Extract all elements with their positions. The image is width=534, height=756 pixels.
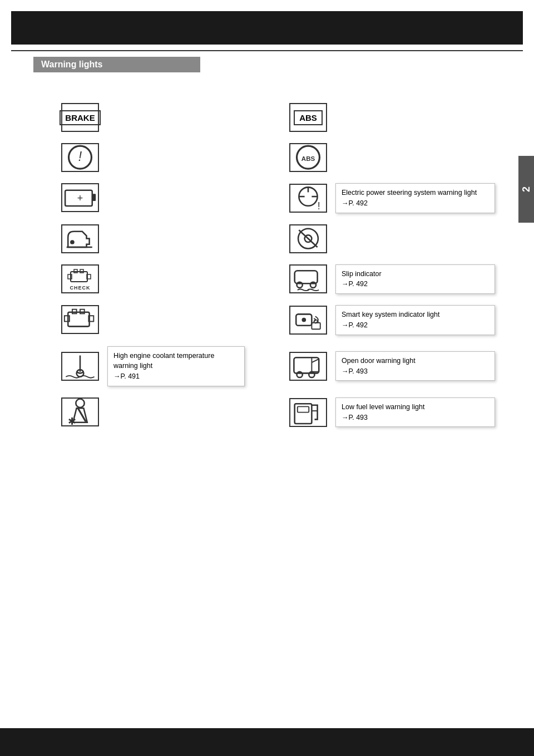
- door-cell: Open door warning light →P. 493: [273, 341, 512, 392]
- row-3: + ! Electric power steering system warni…: [33, 178, 512, 219]
- smart-key-icon: [289, 306, 327, 335]
- fuel-callout: Low fuel level warning light →P. 493: [335, 397, 495, 428]
- section-header: Warning lights: [33, 57, 200, 72]
- abs-label: ABS: [294, 110, 323, 125]
- fuel-ref: →P. 493: [342, 414, 368, 421]
- page-container: Warning lights 2 BRAKE ABS: [0, 0, 534, 756]
- svg-rect-5: [92, 194, 96, 202]
- coolant-ref: →P. 491: [113, 372, 140, 380]
- coolant-svg: [62, 352, 98, 380]
- brake-label: BRAKE: [60, 110, 100, 125]
- bottom-bar: [0, 728, 534, 756]
- brake-warning-cell: !: [33, 138, 273, 178]
- abs-warning-cell: ABS: [273, 138, 512, 178]
- abs-warning-icon: ABS: [289, 143, 327, 172]
- svg-text:!: !: [318, 200, 320, 212]
- top-rule: [11, 50, 523, 51]
- slip-icon: [289, 264, 327, 293]
- side-tab: 2: [518, 156, 534, 223]
- smart-key-ref: →P. 492: [342, 321, 368, 329]
- camera-cell: [273, 219, 512, 259]
- steering-cell: ! Electric power steering system warning…: [273, 178, 512, 219]
- coolant-icon: [61, 352, 99, 381]
- row-1: BRAKE ABS: [33, 97, 512, 138]
- coolant-cell: High engine coolant temperature warning …: [33, 341, 273, 392]
- smart-key-desc: Smart key system indicator light: [342, 311, 439, 318]
- seatbelt-svg: ✱: [62, 397, 98, 426]
- coolant-desc: High engine coolant temperature warning …: [113, 352, 214, 370]
- fuel-desc: Low fuel level warning light: [342, 403, 424, 411]
- steering-ref: →P. 492: [342, 199, 368, 207]
- engine-svg: [62, 305, 98, 333]
- battery-svg: +: [62, 183, 98, 212]
- camera-icon: [289, 224, 327, 253]
- row-4: [33, 219, 512, 259]
- fuel-svg: [290, 398, 326, 426]
- svg-point-30: [301, 318, 306, 322]
- seatbelt-cell: ✱: [33, 392, 273, 433]
- coolant-callout: High engine coolant temperature warning …: [107, 346, 245, 386]
- row-8: ✱ Low fuel level warning light →: [33, 392, 512, 433]
- svg-text:!: !: [78, 149, 82, 164]
- slip-desc: Slip indicator: [342, 270, 382, 278]
- svg-rect-31: [312, 323, 320, 330]
- check-engine-svg: [66, 267, 94, 285]
- slip-cell: Slip indicator →P. 492: [273, 259, 512, 300]
- svg-text:ABS: ABS: [301, 155, 315, 162]
- oil-cell: [33, 219, 273, 259]
- seatbelt-icon: ✱: [61, 397, 99, 426]
- brake-warning-svg: !: [62, 143, 98, 171]
- svg-rect-16: [71, 272, 87, 282]
- side-tab-number: 2: [521, 186, 532, 192]
- brake-icon: BRAKE: [61, 103, 99, 132]
- svg-rect-33: [294, 357, 319, 373]
- door-callout: Open door warning light →P. 493: [335, 351, 495, 381]
- smart-key-callout: Smart key system indicator light →P. 492: [335, 305, 495, 335]
- smart-key-cell: Smart key system indicator light →P. 492: [273, 300, 512, 341]
- abs-icon: ABS: [289, 103, 327, 132]
- battery-cell: +: [33, 178, 273, 219]
- svg-point-36: [76, 399, 84, 408]
- door-svg: [290, 352, 326, 380]
- svg-text:✱: ✱: [68, 416, 76, 426]
- brake-cell: BRAKE: [33, 97, 273, 138]
- svg-rect-40: [298, 406, 309, 412]
- oil-svg: [62, 224, 98, 253]
- steering-svg: !: [290, 184, 326, 212]
- top-bar: [11, 11, 523, 45]
- row-5: CHECK Slip indicator: [33, 259, 512, 300]
- fuel-icon: [289, 398, 327, 427]
- door-icon: [289, 352, 327, 381]
- steering-icon: !: [289, 184, 327, 213]
- engine-cell: [33, 300, 273, 341]
- warning-lights-section: BRAKE ABS !: [33, 97, 512, 433]
- svg-point-12: [70, 240, 75, 244]
- brake-warning-icon: !: [61, 143, 99, 172]
- slip-svg: [290, 265, 326, 293]
- svg-rect-24: [68, 312, 89, 327]
- door-desc: Open door warning light: [342, 357, 416, 365]
- svg-text:+: +: [77, 193, 83, 204]
- steering-callout: Electric power steering system warning l…: [335, 183, 495, 213]
- abs-cell: ABS: [273, 97, 512, 138]
- steering-desc: Electric power steering system warning l…: [342, 189, 477, 197]
- oil-icon: [61, 224, 99, 253]
- door-ref: →P. 493: [342, 367, 368, 375]
- check-label-text: CHECK: [70, 285, 90, 291]
- row-6: Smart key system indicator light →P. 492: [33, 300, 512, 341]
- check-engine-cell: CHECK: [33, 259, 273, 300]
- row-7: High engine coolant temperature warning …: [33, 341, 512, 392]
- smart-key-svg: [290, 306, 326, 334]
- abs-warning-svg: ABS: [290, 143, 326, 171]
- slip-ref: →P. 492: [342, 280, 368, 288]
- battery-icon: +: [61, 183, 99, 212]
- slip-callout: Slip indicator →P. 492: [335, 264, 495, 294]
- check-engine-icon: CHECK: [61, 264, 99, 293]
- camera-svg: [290, 224, 326, 253]
- engine-icon: [61, 305, 99, 334]
- svg-line-14: [299, 230, 317, 247]
- row-2: ! ABS: [33, 138, 512, 178]
- fuel-cell: Low fuel level warning light →P. 493: [273, 392, 512, 433]
